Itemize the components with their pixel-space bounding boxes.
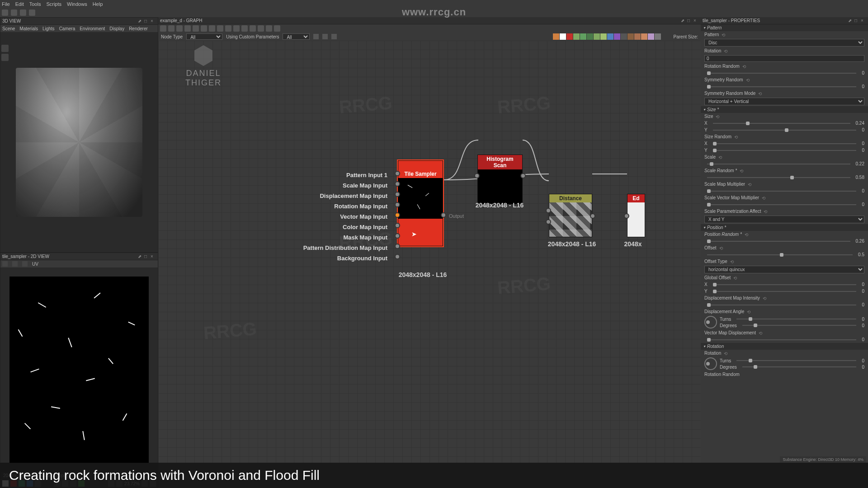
atomic-node-4[interactable] xyxy=(580,33,586,40)
home-icon[interactable] xyxy=(2,9,8,16)
rotation-dial[interactable] xyxy=(704,357,717,370)
scale-param-select[interactable]: X and Y xyxy=(704,216,864,223)
copy-icon[interactable] xyxy=(22,261,28,267)
section-size[interactable]: ▾Size * xyxy=(701,106,868,113)
reset-icon[interactable]: ⟲ xyxy=(747,310,751,314)
pin-icon[interactable]: ⬈ xyxy=(138,19,143,24)
sub-scene[interactable]: Scene xyxy=(2,26,15,31)
refresh-icon[interactable] xyxy=(258,25,264,32)
menu-scripts[interactable]: Scripts xyxy=(46,1,61,7)
refresh-icon[interactable] xyxy=(11,9,17,16)
paste-icon[interactable] xyxy=(193,25,199,32)
degrees-slider[interactable] xyxy=(742,325,857,326)
atomic-node-6[interactable] xyxy=(594,33,600,40)
position-random-slider[interactable] xyxy=(707,241,850,242)
reset-icon[interactable]: ⟲ xyxy=(746,78,750,82)
vec-map-disp-slider[interactable] xyxy=(707,339,856,340)
atomic-node-12[interactable] xyxy=(634,33,641,40)
reset-icon[interactable]: ⟲ xyxy=(724,351,728,356)
reset-icon[interactable]: ⟲ xyxy=(745,232,749,237)
pin-icon[interactable]: ⬈ xyxy=(848,18,854,23)
atomic-node-11[interactable] xyxy=(627,33,634,40)
symmetry-random-slider[interactable] xyxy=(707,86,856,87)
atomic-node-15[interactable] xyxy=(655,33,661,40)
close-icon[interactable]: × xyxy=(693,18,699,23)
rotation-input[interactable] xyxy=(704,55,864,62)
atomic-node-1[interactable] xyxy=(560,33,566,40)
sub-environment[interactable]: Environment xyxy=(80,26,105,31)
maximize-icon[interactable]: □ xyxy=(144,254,150,259)
port-pattern-input-1[interactable]: Pattern Input 1 xyxy=(395,171,400,176)
close-icon[interactable]: × xyxy=(151,254,156,259)
sub-camera[interactable]: Camera xyxy=(59,26,75,31)
reset-icon[interactable]: ⟲ xyxy=(719,246,724,250)
link-icon[interactable] xyxy=(241,25,248,32)
sub-display[interactable]: Display xyxy=(109,26,124,31)
scale-random-slider[interactable] xyxy=(707,177,850,178)
port-input-2[interactable] xyxy=(546,219,551,225)
comment-icon[interactable] xyxy=(217,25,223,32)
grid-icon[interactable] xyxy=(331,34,337,39)
rotation-degrees-slider[interactable] xyxy=(742,366,857,367)
sub-lights[interactable]: Lights xyxy=(42,26,55,31)
pin-icon[interactable] xyxy=(225,25,231,32)
reset-icon[interactable]: ⟲ xyxy=(740,169,744,173)
save-icon[interactable] xyxy=(12,261,18,267)
port-pattern-distribution-input[interactable]: Pattern Distribution Map Input xyxy=(395,244,400,249)
reset-icon[interactable]: ⟲ xyxy=(718,155,723,160)
global-offset-x-slider[interactable] xyxy=(713,284,857,285)
disp-angle-dial[interactable] xyxy=(704,316,717,328)
python-icon[interactable] xyxy=(233,25,240,32)
offset-type-select[interactable]: horizontal quincux xyxy=(704,266,864,273)
port-background-input[interactable]: Background Input xyxy=(395,254,400,259)
menu-file[interactable]: File xyxy=(2,1,10,7)
reset-icon[interactable]: ⟲ xyxy=(748,182,752,187)
atomic-node-10[interactable] xyxy=(621,33,627,40)
reset-icon[interactable]: ⟲ xyxy=(742,64,747,69)
node-histogram-scan[interactable]: Histogram Scan xyxy=(477,155,523,204)
section-position[interactable]: ▾Position * xyxy=(701,224,868,231)
port-output[interactable] xyxy=(590,213,595,219)
size-random-y-slider[interactable] xyxy=(713,150,857,151)
close-icon[interactable]: × xyxy=(151,19,156,24)
port-vector-map-input[interactable]: Vector Map Input xyxy=(395,212,400,218)
viewport-3d[interactable] xyxy=(0,32,158,252)
atomic-node-14[interactable] xyxy=(648,33,654,40)
maximize-icon[interactable] xyxy=(266,25,272,32)
rotation-random-slider[interactable] xyxy=(707,73,856,74)
camera-icon[interactable] xyxy=(1,45,9,52)
turns-slider[interactable] xyxy=(736,319,856,319)
section-rotation[interactable]: ▾Rotation xyxy=(701,343,868,350)
redo-icon[interactable] xyxy=(168,25,175,32)
menu-windows[interactable]: Windows xyxy=(67,1,87,7)
size-x-slider[interactable] xyxy=(713,123,850,124)
reset-icon[interactable]: ⟲ xyxy=(764,209,768,214)
port-input[interactable] xyxy=(474,173,480,178)
menu-help[interactable]: Help xyxy=(93,1,103,7)
reset-icon[interactable]: ⟲ xyxy=(762,196,766,200)
sub-renderer[interactable]: Renderer xyxy=(129,26,148,31)
delete-icon[interactable] xyxy=(201,25,207,32)
atomic-node-7[interactable] xyxy=(600,33,607,40)
reset-icon[interactable]: ⟲ xyxy=(763,296,767,300)
pin-icon[interactable]: ⬈ xyxy=(681,18,686,23)
eye-icon[interactable] xyxy=(322,34,328,39)
port-color-map-input[interactable]: Color Map Input xyxy=(395,223,400,228)
node-tile-sampler[interactable]: Tile Sampler Pattern Input 1 Scale Map I… xyxy=(398,160,443,246)
properties-scroll[interactable]: ▾Pattern Pattern⟲ Disc Rotation⟲ Rotatio… xyxy=(701,24,868,488)
link-icon[interactable] xyxy=(29,9,35,16)
atomic-node-13[interactable] xyxy=(641,33,647,40)
maximize-icon[interactable]: □ xyxy=(144,19,150,24)
port-input-1[interactable] xyxy=(546,208,551,213)
reset-icon[interactable]: ⟲ xyxy=(716,114,720,119)
size-random-x-slider[interactable] xyxy=(713,143,857,144)
reset-icon[interactable]: ⟲ xyxy=(733,276,738,280)
disp-intensity-slider[interactable] xyxy=(707,305,856,305)
cut-icon[interactable] xyxy=(176,25,183,32)
node-type-select[interactable]: All xyxy=(186,33,222,40)
port-rotation-map-input[interactable]: Rotation Map Input xyxy=(395,202,400,207)
scale-vec-map-mult-slider[interactable] xyxy=(707,204,856,205)
size-y-slider[interactable] xyxy=(713,130,857,131)
symmetry-mode-select[interactable]: Horizontal + Vertical xyxy=(704,98,864,105)
reset-icon[interactable]: ⟲ xyxy=(730,259,735,264)
